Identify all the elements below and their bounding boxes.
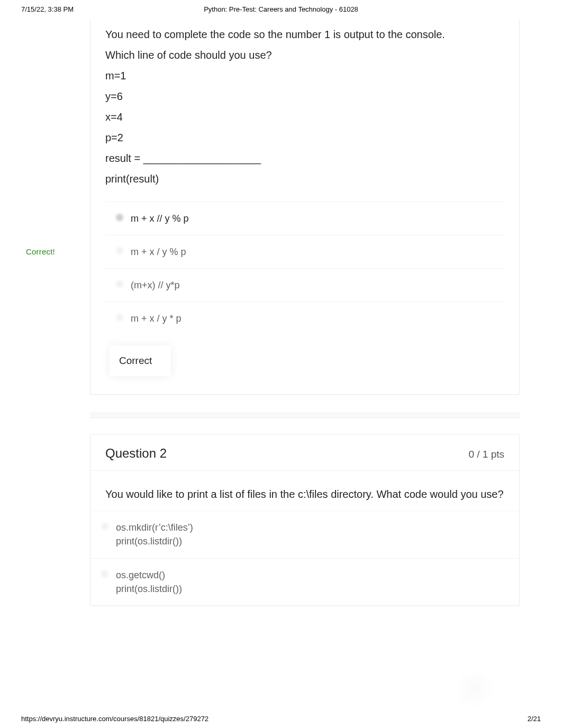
q2-answers: os.mkdir(r’c:\files’) print(os.listdir()… <box>90 511 519 605</box>
question-2-points: 0 / 1 pts <box>468 449 504 460</box>
q1-answer-3[interactable]: (m+x) // y*p <box>105 268 504 302</box>
question-2-block: Question 2 0 / 1 pts You would like to p… <box>90 434 520 605</box>
q1-code-result: result = ____________________ <box>105 151 504 166</box>
q2-answer-1[interactable]: os.mkdir(r’c:\files’) print(os.listdir()… <box>90 511 519 558</box>
q1-code-print: print(result) <box>105 171 504 187</box>
question-2-header: Question 2 0 / 1 pts <box>90 434 519 471</box>
q1-prompt-line-2: Which line of code should you use? <box>105 48 504 63</box>
question-2-prompt: You would like to print a list of files … <box>90 471 519 505</box>
print-doc-title: Python: Pre-Test: Careers and Technology… <box>204 5 358 13</box>
question-2-title: Question 2 <box>105 446 167 461</box>
print-datetime: 7/15/22, 3:38 PM <box>21 5 74 13</box>
print-header: 7/15/22, 3:38 PM Python: Pre-Test: Caree… <box>0 0 562 15</box>
page: 7/15/22, 3:38 PM Python: Pre-Test: Caree… <box>0 0 562 728</box>
question-separator <box>90 413 520 418</box>
content-well: You need to complete the code so the num… <box>29 19 520 606</box>
q1-prompt-line-1: You need to complete the code so the num… <box>105 27 504 42</box>
print-footer-url: https://devryu.instructure.com/courses/8… <box>21 715 209 723</box>
q1-code-x: x=4 <box>105 110 504 125</box>
preview-lock-overlay <box>456 665 493 712</box>
q1-code-y: y=6 <box>105 89 504 104</box>
q1-feedback: Correct <box>110 345 171 376</box>
q1-answer-1[interactable]: m + x // y % p <box>105 202 504 235</box>
q1-code-p: p=2 <box>105 130 504 145</box>
print-footer: https://devryu.instructure.com/courses/8… <box>0 715 562 723</box>
question-1-body: You need to complete the code so the num… <box>90 19 519 394</box>
question-1-block: You need to complete the code so the num… <box>90 19 520 395</box>
q1-answers: m + x // y % p m + x / y % p (m+x) // y*… <box>105 202 504 335</box>
correct-gutter-label: Correct! <box>26 247 55 256</box>
q1-code-m: m=1 <box>105 68 504 84</box>
q1-answer-4[interactable]: m + x / y * p <box>105 302 504 335</box>
q2-answer-2[interactable]: os.getcwd() print(os.listdir()) <box>90 558 519 605</box>
print-footer-page: 2/21 <box>528 715 541 723</box>
q1-answer-2[interactable]: m + x / y % p <box>105 235 504 268</box>
